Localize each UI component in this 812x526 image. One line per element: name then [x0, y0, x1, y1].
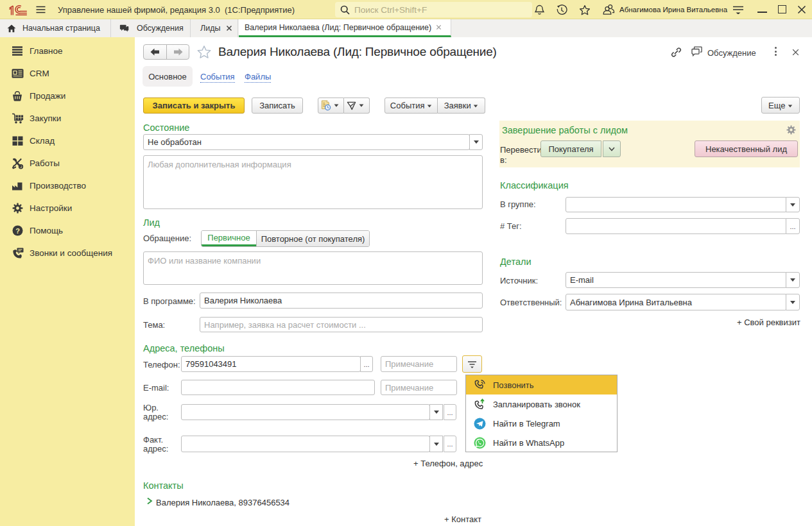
svg-text:?: ?	[15, 227, 20, 235]
